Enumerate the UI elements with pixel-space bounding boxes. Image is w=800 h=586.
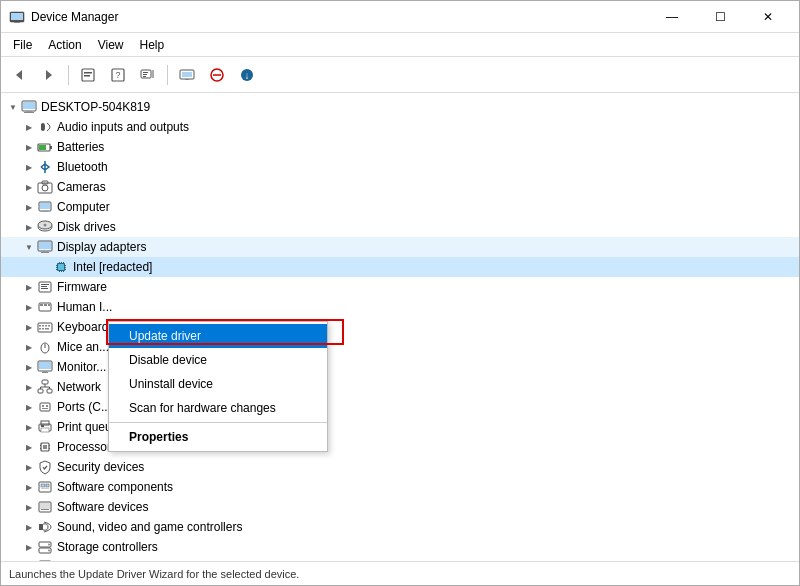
- svg-rect-17: [185, 79, 189, 80]
- menu-action[interactable]: Action: [40, 33, 89, 56]
- tree-sound[interactable]: ▶ Sound, video and game controllers: [1, 517, 799, 537]
- svg-rect-2: [14, 22, 20, 23]
- svg-rect-62: [44, 304, 47, 306]
- title-bar: Device Manager — ☐ ✕: [1, 1, 799, 33]
- tree-batteries[interactable]: ▶ Batteries: [1, 137, 799, 157]
- svg-rect-27: [50, 146, 52, 149]
- svg-rect-87: [46, 405, 48, 407]
- intel-label: Intel [redacted]: [73, 260, 152, 274]
- back-button[interactable]: [5, 61, 33, 89]
- human-expand: ▶: [21, 299, 37, 315]
- mice-expand: ▶: [21, 339, 37, 355]
- svg-rect-25: [24, 112, 34, 113]
- svg-rect-43: [56, 265, 57, 266]
- ctx-uninstall-device[interactable]: Uninstall device: [109, 372, 327, 396]
- print-expand: ▶: [21, 419, 37, 435]
- svg-rect-28: [39, 145, 46, 150]
- bluetooth-icon: [37, 159, 53, 175]
- root-label: DESKTOP-504K819: [41, 100, 150, 114]
- tree-system[interactable]: ▶ System devices: [1, 557, 799, 561]
- update-driver-button[interactable]: ?: [104, 61, 132, 89]
- human-icon: [37, 299, 53, 315]
- maximize-button[interactable]: ☐: [697, 5, 743, 29]
- tree-panel[interactable]: ▼ DESKTOP-504K819 ▶: [1, 93, 799, 561]
- properties-button[interactable]: [74, 61, 102, 89]
- status-text: Launches the Update Driver Wizard for th…: [9, 568, 299, 580]
- download-button[interactable]: ↓: [233, 61, 261, 89]
- svg-rect-96: [40, 448, 41, 449]
- menu-view[interactable]: View: [90, 33, 132, 56]
- svg-rect-13: [143, 74, 147, 75]
- tree-disk[interactable]: ▶ Disk drives: [1, 217, 799, 237]
- tree-bluetooth[interactable]: ▶ Bluetooth: [1, 157, 799, 177]
- svg-rect-67: [45, 325, 47, 327]
- tree-computer[interactable]: ▶ Computer: [1, 197, 799, 217]
- device-manager-window: Device Manager — ☐ ✕ File Action View He…: [0, 0, 800, 586]
- svg-rect-69: [39, 328, 41, 330]
- disk-label: Disk drives: [57, 220, 116, 234]
- svg-rect-24: [26, 111, 32, 112]
- forward-button[interactable]: [35, 61, 63, 89]
- tree-cameras[interactable]: ▶ Cameras: [1, 177, 799, 197]
- network-label: Network: [57, 380, 101, 394]
- computer-icon: [21, 99, 37, 115]
- svg-rect-61: [40, 304, 43, 306]
- menu-file[interactable]: File: [5, 33, 40, 56]
- audio-expand: ▶: [21, 119, 37, 135]
- storage-expand: ▶: [21, 539, 37, 555]
- disable-button[interactable]: [203, 61, 231, 89]
- tree-security[interactable]: ▶ Security devices: [1, 457, 799, 477]
- software-comp-label: Software components: [57, 480, 173, 494]
- svg-rect-91: [41, 428, 49, 432]
- display-expand: ▼: [21, 239, 37, 255]
- tree-audio[interactable]: ▶ Audio inputs and outputs: [1, 117, 799, 137]
- ctx-update-driver[interactable]: Update driver: [109, 324, 327, 348]
- keyboard-label: Keyboard: [57, 320, 108, 334]
- ctx-separator: [109, 422, 327, 423]
- ctx-properties[interactable]: Properties: [109, 425, 327, 449]
- svg-point-109: [48, 544, 50, 546]
- svg-rect-53: [61, 271, 62, 272]
- tree-human[interactable]: ▶ Human I...: [1, 297, 799, 317]
- scan-button[interactable]: [134, 61, 162, 89]
- svg-rect-105: [41, 509, 49, 510]
- svg-rect-98: [49, 448, 50, 449]
- display-label: Display adapters: [57, 240, 146, 254]
- firmware-icon: [37, 279, 53, 295]
- tree-root[interactable]: ▼ DESKTOP-504K819: [1, 97, 799, 117]
- svg-rect-48: [65, 269, 66, 270]
- tree-intel[interactable]: Intel [redacted]: [1, 257, 799, 277]
- monitors-expand: ▶: [21, 359, 37, 375]
- software-comp-icon: [37, 479, 53, 495]
- svg-rect-78: [42, 380, 48, 384]
- tree-software-comp[interactable]: ▶ Software components: [1, 477, 799, 497]
- svg-rect-33: [40, 203, 50, 209]
- svg-rect-92: [41, 425, 44, 427]
- menu-help[interactable]: Help: [132, 33, 173, 56]
- tree-firmware[interactable]: ▶ Firmware: [1, 277, 799, 297]
- svg-rect-85: [40, 403, 50, 411]
- svg-rect-57: [41, 284, 49, 285]
- window-title: Device Manager: [31, 10, 118, 24]
- human-label: Human I...: [57, 300, 112, 314]
- show-devices-button[interactable]: [173, 61, 201, 89]
- svg-rect-63: [48, 304, 50, 306]
- svg-rect-102: [41, 488, 49, 489]
- window-controls: — ☐ ✕: [649, 5, 791, 29]
- minimize-button[interactable]: —: [649, 5, 695, 29]
- svg-rect-47: [65, 267, 66, 268]
- svg-rect-40: [42, 251, 48, 252]
- tree-storage[interactable]: ▶ Storage controllers: [1, 537, 799, 557]
- software-dev-expand: ▶: [21, 499, 37, 515]
- tree-display[interactable]: ▼ Display adapters: [1, 237, 799, 257]
- ctx-scan-changes[interactable]: Scan for hardware changes: [109, 396, 327, 420]
- svg-rect-80: [47, 389, 52, 393]
- tree-software-dev[interactable]: ▶ Software devices: [1, 497, 799, 517]
- svg-rect-65: [39, 325, 41, 327]
- port-icon: [37, 399, 53, 415]
- batteries-label: Batteries: [57, 140, 104, 154]
- svg-text:?: ?: [115, 70, 120, 80]
- svg-marker-3: [16, 70, 22, 80]
- close-button[interactable]: ✕: [745, 5, 791, 29]
- ctx-disable-device[interactable]: Disable device: [109, 348, 327, 372]
